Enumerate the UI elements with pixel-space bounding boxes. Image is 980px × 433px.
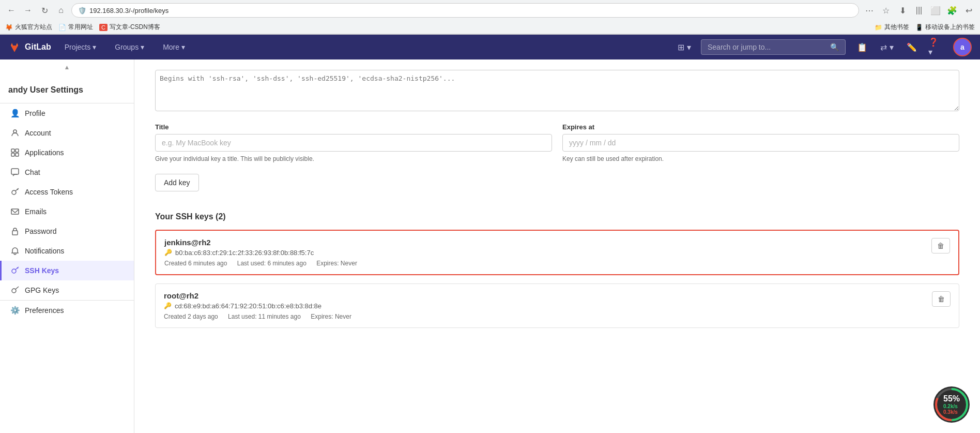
reload-button[interactable]: ↻ [38, 4, 51, 17]
sidebar-item-label: GPG Keys [25, 286, 59, 294]
search-icon: 🔍 [830, 43, 839, 51]
sidebar-item-notifications[interactable]: Notifications [0, 241, 134, 261]
emails-icon [10, 207, 20, 216]
security-icon: 🛡️ [78, 7, 86, 14]
bookmarks-bar: 🦊 火狐官方站点 📄 常用网址 C 写文章-CSDN博客 📁 其他书签 📱 移动… [0, 21, 980, 34]
ssh-key-meta-jenkins: Created 6 minutes ago Last used: 6 minut… [164, 260, 931, 267]
svg-rect-4 [16, 153, 19, 156]
main-layout: ▲ andy User Settings 👤 Profile Account [0, 59, 980, 433]
sidebar-item-emails[interactable]: Emails [0, 202, 134, 221]
last-used-root: Last used: 11 minutes ago [228, 313, 301, 320]
ssh-key-fingerprint-jenkins: 🔑 b0:ba:c6:83:cf:29:1c:2f:33:26:93:8f:0b… [164, 249, 931, 257]
nav-more[interactable]: More ▾ [158, 35, 190, 59]
expires-input[interactable] [562, 134, 959, 152]
ssh-keys-icon [10, 266, 20, 275]
gpg-keys-icon [10, 286, 20, 295]
expires-label: Expires at [562, 123, 959, 131]
browser-chrome: ← → ↻ ⌂ 🛡️ 192.168.30.3/-/profile/keys ⋯… [0, 0, 980, 35]
sidebar-item-gpg-keys[interactable]: GPG Keys [0, 280, 134, 300]
forward-button[interactable]: → [22, 4, 34, 17]
extensions-button[interactable]: ⋯ [863, 4, 876, 17]
home-button[interactable]: ⌂ [55, 4, 67, 17]
key-icon-jenkins: 🔑 [164, 249, 172, 256]
user-avatar[interactable]: a [953, 38, 972, 56]
download-button[interactable]: ⬇ [896, 4, 909, 17]
browser-toolbar: ← → ↻ ⌂ 🛡️ 192.168.30.3/-/profile/keys ⋯… [0, 0, 980, 21]
search-bar[interactable]: 🔍 [701, 39, 846, 55]
gitlab-navbar: GitLab Projects ▾ Groups ▾ More ▾ ⊞ ▾ 🔍 … [0, 35, 980, 59]
expires-field-group: Expires at Key can still be used after e… [562, 123, 959, 163]
sidebar-item-chat[interactable]: Chat [0, 162, 134, 182]
address-bar[interactable]: 🛡️ 192.168.30.3/-/profile/keys [71, 3, 859, 18]
search-input[interactable] [708, 43, 826, 51]
sidebar-bottom: ⚙️ Preferences [0, 300, 134, 320]
scroll-up-indicator: ▲ [0, 59, 134, 75]
title-hint: Give your individual key a title. This w… [155, 155, 552, 163]
title-label: Title [155, 123, 552, 131]
code-review-icon[interactable]: 📋 [854, 39, 870, 55]
key-icon-root: 🔑 [164, 302, 172, 309]
sidebar-item-applications[interactable]: Applications [0, 143, 134, 162]
sidebar-item-label: Applications [25, 148, 64, 157]
last-used-jenkins: Last used: 6 minutes ago [237, 260, 307, 267]
nav-groups[interactable]: Groups ▾ [110, 35, 149, 59]
svg-rect-8 [12, 231, 18, 235]
title-input[interactable] [155, 134, 552, 152]
ssh-key-item-jenkins: jenkins@rh2 🔑 b0:ba:c6:83:cf:29:1c:2f:33… [155, 230, 959, 275]
expires-hint: Key can still be used after expiration. [562, 155, 959, 163]
ssh-keys-title: Your SSH keys (2) [155, 212, 959, 221]
add-key-button[interactable]: Add key [155, 174, 199, 191]
merge-request-icon[interactable]: ⇄ ▾ [879, 39, 895, 55]
sidebar-item-account[interactable]: Account [0, 123, 134, 143]
sidebar-item-password[interactable]: Password [0, 221, 134, 241]
form-row: Title Give your individual key a title. … [155, 123, 959, 163]
gitlab-logo[interactable]: GitLab [8, 41, 51, 53]
bookmark-other[interactable]: 📁 其他书签 [875, 23, 909, 32]
bookmark-button[interactable]: ☆ [880, 4, 892, 17]
sidebar-button[interactable]: ||| [913, 4, 925, 17]
ssh-key-name-root: root@rh2 [164, 291, 932, 300]
edit-icon[interactable]: ✏️ [904, 39, 920, 55]
url-text: 192.168.30.3/-/profile/keys [89, 7, 169, 14]
sidebar-item-preferences[interactable]: ⚙️ Preferences [0, 301, 134, 320]
applications-icon [10, 148, 20, 157]
nav-projects[interactable]: Projects ▾ [59, 35, 102, 59]
sidebar-item-profile[interactable]: 👤 Profile [0, 103, 134, 123]
sidebar: ▲ andy User Settings 👤 Profile Account [0, 59, 134, 433]
history-button[interactable]: ↩ [962, 4, 975, 17]
delete-key-jenkins[interactable]: 🗑 [931, 238, 950, 253]
network-percent: 55% [943, 394, 960, 404]
delete-key-root[interactable]: 🗑 [932, 291, 951, 307]
new-item-button[interactable]: ⊞ ▾ [676, 39, 693, 55]
tab-button[interactable]: ⬜ [929, 4, 942, 17]
sidebar-item-label: Access Tokens [25, 188, 73, 196]
bookmark-3[interactable]: C 写文章-CSDN博客 [99, 23, 160, 32]
puzzle-button[interactable]: 🧩 [946, 4, 958, 17]
ssh-key-fingerprint-root: 🔑 cd:68:e9:bd:a6:64:71:92:20:51:0b:c6:e8… [164, 302, 932, 310]
network-up: 0.2k/s [943, 404, 960, 409]
svg-rect-1 [11, 149, 14, 152]
network-down: 0.3k/s [943, 409, 960, 415]
title-field-group: Title Give your individual key a title. … [155, 123, 552, 163]
sidebar-item-label: Password [25, 227, 56, 235]
sidebar-item-label: Notifications [25, 247, 64, 255]
bookmark-1[interactable]: 🦊 火狐官方站点 [5, 23, 52, 32]
help-icon[interactable]: ❓ ▾ [928, 39, 945, 55]
bookmark-mobile[interactable]: 📱 移动设备上的书签 [915, 23, 975, 32]
sidebar-item-access-tokens[interactable]: Access Tokens [0, 182, 134, 202]
sidebar-item-label: Profile [25, 109, 45, 117]
sidebar-item-label: Emails [25, 207, 47, 216]
network-label: 55% 0.2k/s 0.3k/s [943, 394, 960, 415]
sidebar-item-label: Chat [25, 168, 40, 176]
created-jenkins: Created 6 minutes ago [164, 260, 227, 267]
sidebar-item-ssh-keys[interactable]: SSH Keys [0, 261, 134, 280]
back-button[interactable]: ← [5, 4, 18, 17]
sidebar-item-label: Account [25, 129, 51, 137]
svg-point-0 [13, 130, 17, 133]
account-icon [10, 128, 20, 138]
content-area: Title Give your individual key a title. … [134, 59, 980, 433]
form-section: Title Give your individual key a title. … [155, 59, 959, 191]
bookmark-2[interactable]: 📄 常用网址 [58, 23, 93, 32]
key-textarea[interactable] [155, 70, 959, 111]
ssh-key-item-root: root@rh2 🔑 cd:68:e9:bd:a6:64:71:92:20:51… [155, 283, 959, 328]
